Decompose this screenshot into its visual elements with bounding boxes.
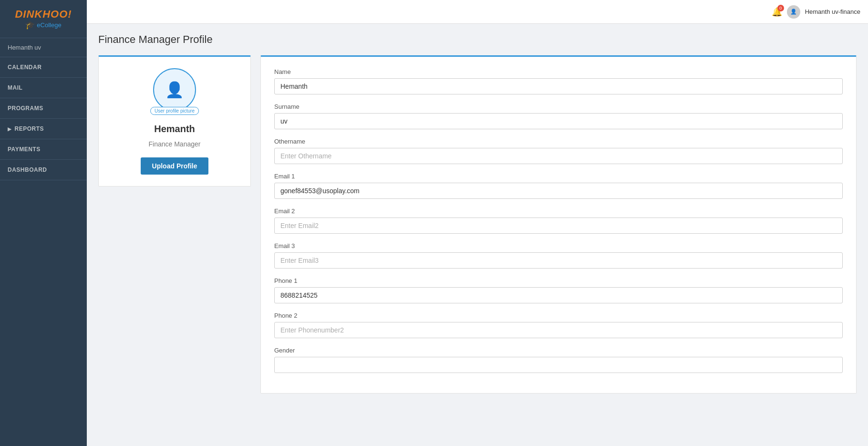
- email2-input[interactable]: [274, 218, 843, 234]
- sidebar-item-mail[interactable]: MAIL: [0, 78, 87, 98]
- cap-icon: 🎓: [25, 21, 35, 30]
- profile-role: Finance Manager: [149, 140, 201, 148]
- profile-card: 👤 User profile picture Hemanth Finance M…: [98, 55, 251, 187]
- form-group-phone1: Phone 1: [274, 277, 843, 303]
- content-wrapper: 👤 User profile picture Hemanth Finance M…: [98, 55, 857, 394]
- name-input[interactable]: [274, 78, 843, 94]
- phone1-input[interactable]: [274, 287, 843, 303]
- logo-brand: DINKHOO!: [15, 8, 72, 21]
- sidebar-nav: CALENDAR MAIL PROGRAMS ▶ REPORTS PAYMENT…: [0, 57, 87, 446]
- sidebar-item-label: Dashboard: [8, 166, 47, 173]
- gender-input[interactable]: [274, 357, 843, 373]
- phone1-label: Phone 1: [274, 277, 843, 284]
- surname-label: Surname: [274, 103, 843, 110]
- sidebar-user: Hemanth uv: [0, 38, 87, 57]
- profile-picture: 👤: [153, 68, 196, 111]
- avatar: 👤: [787, 5, 800, 19]
- name-label: Name: [274, 68, 843, 75]
- sidebar-item-label: MAIL: [8, 84, 22, 91]
- chevron-right-icon: ▶: [8, 126, 12, 132]
- email2-label: Email 2: [274, 207, 843, 215]
- sidebar-logo: DINKHOO! 🎓 eCollege: [0, 0, 87, 38]
- email1-label: Email 1: [274, 173, 843, 180]
- form-group-email3: Email 3: [274, 242, 843, 269]
- main-content: Finance Manager Profile 👤 User profile p…: [87, 24, 868, 446]
- form-card: Name Surname Othername Email 1 Email 2 E: [260, 55, 857, 394]
- logo-sub: 🎓 eCollege: [25, 21, 61, 30]
- email1-input[interactable]: [274, 183, 843, 199]
- form-group-othername: Othername: [274, 138, 843, 164]
- sidebar-item-calendar[interactable]: CALENDAR: [0, 57, 87, 78]
- surname-input[interactable]: [274, 113, 843, 129]
- sidebar: DINKHOO! 🎓 eCollege Hemanth uv CALENDAR …: [0, 0, 87, 446]
- profile-name: Hemanth: [154, 124, 195, 135]
- sidebar-item-label: PAYMENTS: [8, 146, 41, 153]
- sidebar-item-programs[interactable]: PROGRAMS: [0, 98, 87, 119]
- profile-picture-wrapper: 👤 User profile picture: [153, 68, 196, 111]
- phone2-input[interactable]: [274, 322, 843, 338]
- sidebar-item-reports[interactable]: ▶ REPORTS: [0, 119, 87, 139]
- sidebar-item-label: REPORTS: [15, 125, 44, 132]
- form-group-email1: Email 1: [274, 173, 843, 199]
- othername-label: Othername: [274, 138, 843, 145]
- upload-profile-button[interactable]: Upload Profile: [141, 157, 209, 175]
- email3-label: Email 3: [274, 242, 843, 249]
- form-group-surname: Surname: [274, 103, 843, 129]
- sidebar-item-label: CALENDAR: [8, 64, 41, 71]
- topbar-right: 🔔 0 👤 Hemanth uv-finance: [772, 5, 860, 19]
- topbar: ☰ 🔔 0 👤 Hemanth uv-finance: [0, 0, 868, 24]
- page-title: Finance Manager Profile: [98, 33, 857, 46]
- sidebar-item-label: PROGRAMS: [8, 105, 43, 112]
- bell-wrapper[interactable]: 🔔 0: [772, 7, 782, 17]
- user-name-topbar: Hemanth uv-finance: [805, 8, 860, 15]
- profile-picture-label: User profile picture: [150, 107, 199, 115]
- othername-input[interactable]: [274, 148, 843, 164]
- gender-label: Gender: [274, 347, 843, 354]
- bell-badge: 0: [777, 5, 784, 11]
- form-group-email2: Email 2: [274, 207, 843, 234]
- form-group-gender: Gender: [274, 347, 843, 373]
- form-group-name: Name: [274, 68, 843, 94]
- form-group-phone2: Phone 2: [274, 312, 843, 338]
- sidebar-item-payments[interactable]: PAYMENTS: [0, 139, 87, 160]
- phone2-label: Phone 2: [274, 312, 843, 319]
- sidebar-item-dashboard[interactable]: Dashboard: [0, 160, 87, 180]
- email3-input[interactable]: [274, 252, 843, 269]
